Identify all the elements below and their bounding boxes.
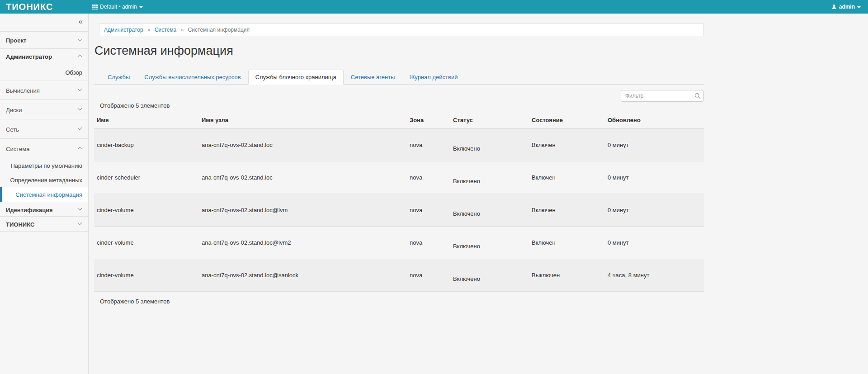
tab-block-storage-services[interactable]: Службы блочного хранилища [248, 70, 344, 85]
sidebar-item-system-information[interactable]: Системная информация [0, 187, 88, 202]
context-switcher[interactable]: Default • admin [89, 4, 146, 10]
chevron-down-icon [78, 206, 82, 210]
table-toolbar: Отображено 5 элементов [94, 85, 704, 110]
cell-state: Включен [529, 227, 605, 259]
tab-action-log[interactable]: Журнал действий [402, 70, 465, 85]
cell-zone: nova [407, 129, 450, 161]
cell-state: Включен [529, 129, 605, 161]
breadcrumb-current: Системная информация [188, 27, 250, 33]
filter-input[interactable] [621, 90, 704, 102]
context-switcher-label: Default • admin [100, 4, 137, 10]
cell-status: Включено [450, 259, 529, 292]
chevron-down-icon [139, 6, 143, 8]
cell-zone: nova [407, 194, 450, 227]
table-row: cinder-volume ana-cnt7q-ovs-02.stand.loc… [94, 194, 704, 227]
cell-name: cinder-scheduler [94, 161, 199, 194]
breadcrumb: Администратор » Система » Системная инфо… [99, 24, 704, 36]
chevron-down-icon [857, 6, 861, 8]
cell-state: Выключен [529, 259, 605, 292]
cell-name: cinder-backup [94, 129, 199, 161]
sidebar-item-metadata-definitions[interactable]: Определения метаданных [0, 173, 88, 187]
tionix-logo[interactable]: ТИОНИКС [6, 2, 53, 12]
cell-name: cinder-volume [94, 194, 199, 227]
cell-state: Включен [529, 161, 605, 194]
sidebar: « Проект Администратор Обзор Вычисления … [0, 14, 89, 374]
user-menu-label: admin [839, 4, 855, 10]
cell-zone: nova [407, 227, 450, 259]
breadcrumb-separator: » [147, 27, 151, 33]
chevron-down-icon [78, 37, 82, 41]
column-header-name[interactable]: Имя [94, 112, 199, 129]
cell-zone: nova [407, 259, 450, 292]
sidebar-item-tionix[interactable]: ТИОНИКС [0, 217, 88, 232]
column-header-zone[interactable]: Зона [407, 112, 450, 129]
cell-status: Включено [450, 161, 529, 194]
tab-bar: Службы Службы вычислительных ресурсов Сл… [94, 70, 704, 85]
cell-updated: 0 минут [605, 227, 704, 259]
collapse-icon: « [79, 17, 83, 26]
tab-network-agents[interactable]: Сетевые агенты [344, 70, 402, 85]
cell-host: ana-cnt7q-ovs-02.stand.loc@sanlock [199, 259, 407, 292]
cell-name: cinder-volume [94, 259, 199, 292]
chevron-up-icon [78, 55, 82, 59]
chevron-down-icon [78, 126, 82, 130]
sidebar-item-identity[interactable]: Идентификация [0, 202, 88, 217]
top-header-bar: ТИОНИКС Default • admin admin [0, 0, 868, 14]
column-header-status[interactable]: Статус [450, 112, 529, 129]
page-title: Системная информация [94, 44, 704, 58]
services-table: Имя Имя узла Зона Статус Состояние Обнов… [94, 112, 704, 292]
column-header-host[interactable]: Имя узла [199, 112, 407, 129]
user-menu[interactable]: admin [831, 4, 868, 10]
cell-status: Включено [450, 129, 529, 161]
cell-zone: nova [407, 161, 450, 194]
user-icon [831, 4, 837, 9]
sidebar-item-compute[interactable]: Вычисления [0, 80, 88, 100]
cell-state: Включен [529, 194, 605, 227]
main-content: Администратор » Система » Системная инфо… [89, 14, 868, 374]
cell-host: ana-cnt7q-ovs-02.stand.loc [199, 161, 407, 194]
sidebar-collapse-button[interactable]: « [0, 14, 88, 32]
table-row: cinder-volume ana-cnt7q-ovs-02.stand.loc… [94, 259, 704, 292]
sidebar-item-overview[interactable]: Обзор [0, 64, 88, 80]
table-row: cinder-scheduler ana-cnt7q-ovs-02.stand.… [94, 161, 704, 194]
breadcrumb-link-system[interactable]: Система [155, 27, 176, 33]
table-row: cinder-backup ana-cnt7q-ovs-02.stand.loc… [94, 129, 704, 161]
sidebar-item-volumes[interactable]: Диски [0, 100, 88, 119]
cell-host: ana-cnt7q-ovs-02.stand.loc@lvm [199, 194, 407, 227]
table-header-row: Имя Имя узла Зона Статус Состояние Обнов… [94, 112, 704, 129]
chevron-down-icon [78, 87, 82, 91]
cell-updated: 0 минут [605, 161, 704, 194]
cell-name: cinder-volume [94, 227, 199, 259]
chevron-down-icon [78, 221, 82, 225]
grid-icon [92, 4, 98, 9]
sidebar-item-project[interactable]: Проект [0, 32, 88, 49]
items-count-top: Отображено 5 элементов [100, 102, 170, 109]
cell-host: ana-cnt7q-ovs-02.stand.loc [199, 129, 407, 161]
column-header-state[interactable]: Состояние [529, 112, 605, 129]
cell-updated: 4 часа, 8 минут [605, 259, 704, 292]
sidebar-item-system[interactable]: Система [0, 139, 88, 158]
search-icon[interactable] [694, 93, 701, 99]
sidebar-item-defaults[interactable]: Параметры по умолчанию [0, 158, 88, 173]
items-count-bottom: Отображено 5 элементов [94, 292, 704, 305]
cell-updated: 0 минут [605, 194, 704, 227]
breadcrumb-separator: » [181, 27, 184, 33]
cell-status: Включено [450, 194, 529, 227]
brand-zone: ТИОНИКС [0, 2, 89, 12]
chevron-down-icon [78, 106, 82, 111]
sidebar-item-admin[interactable]: Администратор [0, 49, 88, 64]
cell-status: Включено [450, 227, 529, 259]
chevron-up-icon [78, 147, 82, 151]
tab-compute-services[interactable]: Службы вычислительных ресурсов [137, 70, 248, 85]
tab-services[interactable]: Службы [100, 70, 137, 85]
cell-host: ana-cnt7q-ovs-02.stand.loc@lvm2 [199, 227, 407, 259]
column-header-updated[interactable]: Обновлено [605, 112, 704, 129]
cell-updated: 0 минут [605, 129, 704, 161]
sidebar-item-network[interactable]: Сеть [0, 119, 88, 139]
breadcrumb-link-admin[interactable]: Администратор [104, 27, 143, 33]
table-row: cinder-volume ana-cnt7q-ovs-02.stand.loc… [94, 227, 704, 259]
